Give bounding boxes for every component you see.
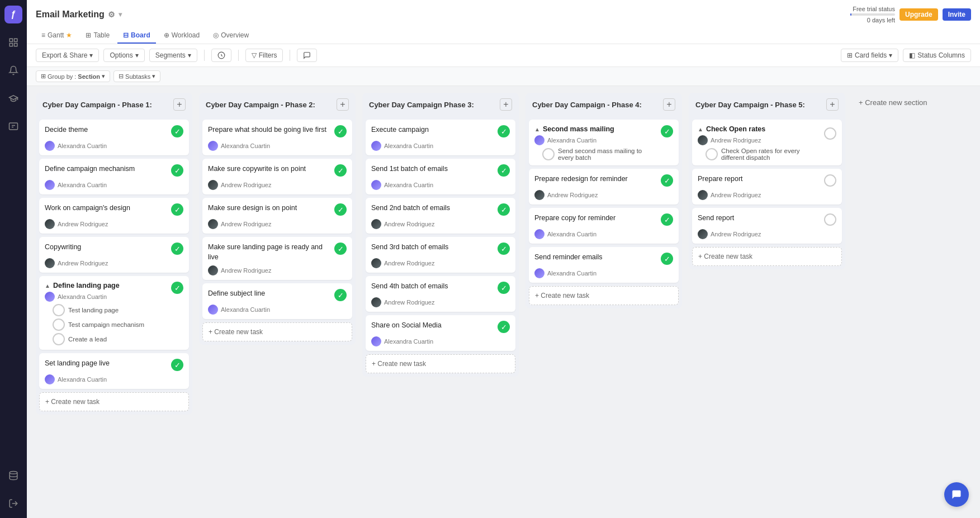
- app-logo[interactable]: ƒ: [4, 6, 22, 23]
- card-user: Andrew Rodriguez: [534, 190, 673, 200]
- status-columns-button[interactable]: ◧ Status Columns: [903, 49, 971, 62]
- card-copywriting: Copywriting ✓ Andrew Rodriguez: [39, 237, 189, 273]
- column-phase2-add-btn[interactable]: +: [337, 98, 349, 111]
- card-user: Andrew Rodriguez: [371, 258, 510, 268]
- group-by-button[interactable]: ⊞ Group by: Section ▾: [36, 70, 110, 82]
- sidebar-icon-home[interactable]: [4, 34, 22, 51]
- collapse-icon[interactable]: ▲: [698, 126, 703, 132]
- column-phase4-title: Cyber Day Campaign - Phase 4:: [532, 101, 642, 109]
- subtask-check[interactable]: [53, 304, 65, 316]
- separator3: [290, 50, 290, 61]
- collapse-icon[interactable]: ▲: [534, 126, 540, 132]
- sidebar-icon-bell[interactable]: [4, 61, 22, 79]
- svg-rect-0: [10, 39, 12, 41]
- card-title: Set landing page live: [45, 359, 168, 369]
- tab-gantt[interactable]: ≡ Gantt ★: [36, 28, 78, 44]
- upgrade-button[interactable]: Upgrade: [899, 8, 938, 21]
- check-pending-icon[interactable]: [824, 127, 836, 140]
- svg-rect-4: [10, 123, 18, 130]
- create-section-button[interactable]: + Create new section: [852, 93, 934, 112]
- sidebar-icon-signout[interactable]: [4, 495, 22, 512]
- avatar: [45, 292, 55, 302]
- sidebar-icon-database[interactable]: [4, 467, 22, 484]
- svg-rect-1: [15, 39, 17, 41]
- check-done-icon: ✓: [498, 164, 510, 177]
- avatar: [698, 190, 708, 200]
- segments-button[interactable]: Segments ▾: [149, 49, 197, 62]
- user-name: Andrew Rodriguez: [384, 221, 435, 227]
- tab-table[interactable]: ⊞ Table: [80, 28, 115, 44]
- card-user: Andrew Rodriguez: [208, 180, 347, 190]
- card-second-mailing: ▲ Second mass mailing Alexandra Cuartin …: [529, 120, 679, 165]
- card-landing-live: Set landing page live ✓ Alexandra Cuarti…: [39, 353, 189, 389]
- nav-tabs: ≡ Gantt ★ ⊞ Table ⊟ Board ⊕ Workload ◎ O…: [36, 28, 971, 44]
- card-title: Make sure design is on point: [208, 203, 331, 213]
- avatar: [45, 219, 55, 229]
- card-user: Alexandra Cuartin: [208, 141, 347, 151]
- settings-icon[interactable]: ⚙: [108, 10, 115, 19]
- check-done-icon: ✓: [498, 125, 510, 137]
- subtask-check[interactable]: [53, 333, 65, 345]
- subtask-check[interactable]: [542, 148, 555, 160]
- create-task-label: + Create new task: [698, 253, 752, 260]
- card-title: Define subject line: [208, 289, 331, 299]
- card-title: Make sure landing page is ready and live: [208, 243, 331, 262]
- card-redesign-reminder: Prepare redesign for reminder ✓ Andrew R…: [529, 169, 679, 205]
- card-check-open-rates: ▲ Check Open rates Andrew Rodriguez Chec…: [692, 120, 842, 165]
- check-done-icon: ✓: [171, 203, 183, 216]
- check-done-icon: ✓: [171, 125, 183, 137]
- column-phase4-body: ▲ Second mass mailing Alexandra Cuartin …: [525, 116, 682, 308]
- create-task-phase3[interactable]: + Create new task: [366, 354, 515, 373]
- dropdown-icon[interactable]: ▾: [119, 11, 122, 18]
- card-title: Prepare what should be going live first: [208, 125, 331, 135]
- check-done-icon: ✓: [171, 164, 183, 177]
- create-task-phase1[interactable]: + Create new task: [39, 392, 189, 411]
- tab-overview[interactable]: ◎ Overview: [207, 28, 254, 44]
- card-fields-button[interactable]: ⊞ Card fields ▾: [841, 49, 898, 62]
- subtask-check[interactable]: [53, 319, 65, 331]
- card-title: Second mass mailing: [543, 125, 614, 133]
- filters-button[interactable]: ▽ Filters: [245, 49, 283, 62]
- options-button[interactable]: Options ▾: [103, 49, 144, 62]
- create-task-phase5[interactable]: + Create new task: [692, 247, 842, 266]
- sidebar-icon-learn[interactable]: [4, 89, 22, 107]
- sidebar-icon-profile[interactable]: [4, 117, 22, 135]
- subtasks-button[interactable]: ⊟ Subtasks ▾: [113, 70, 160, 82]
- create-task-phase2[interactable]: + Create new task: [202, 322, 352, 341]
- options-bar: ⊞ Group by: Section ▾ ⊟ Subtasks ▾: [27, 67, 980, 86]
- free-trial-label: Free trial status: [850, 6, 895, 12]
- check-pending-icon[interactable]: [824, 174, 836, 187]
- column-phase5-add-btn[interactable]: +: [826, 98, 839, 111]
- tab-board[interactable]: ⊟ Board: [117, 28, 156, 44]
- column-phase3-add-btn[interactable]: +: [500, 98, 512, 111]
- collapse-icon[interactable]: ▲: [45, 283, 50, 289]
- user-name: Alexandra Cuartin: [384, 182, 433, 188]
- subtask-check[interactable]: [706, 148, 718, 160]
- column-phase3-title: Cyber Day Campaign Phase 3:: [369, 101, 474, 109]
- card-title: Define landing page: [53, 282, 120, 289]
- user-name: Andrew Rodriguez: [384, 260, 435, 267]
- column-phase4-add-btn[interactable]: +: [663, 98, 675, 111]
- comment-button[interactable]: [297, 49, 317, 62]
- user-name: Alexandra Cuartin: [58, 182, 107, 188]
- header-actions: Free trial status 0 days left Upgrade In…: [850, 6, 971, 23]
- invite-button[interactable]: Invite: [943, 8, 971, 21]
- tab-workload[interactable]: ⊕ Workload: [158, 28, 205, 44]
- user-name: Alexandra Cuartin: [547, 137, 596, 144]
- integrations-button[interactable]: [211, 49, 231, 62]
- check-done-icon: ✓: [498, 203, 510, 216]
- avatar: [208, 265, 218, 275]
- user-name: Alexandra Cuartin: [384, 338, 433, 345]
- create-task-phase4[interactable]: + Create new task: [529, 286, 679, 305]
- card-campaign-design: Work on campaign's design ✓ Andrew Rodri…: [39, 198, 189, 234]
- toolbar: Export & Share ▾ Options ▾ Segments ▾ ▽ …: [27, 44, 980, 67]
- check-pending-icon[interactable]: [824, 213, 836, 226]
- card-user: Alexandra Cuartin: [208, 305, 347, 315]
- column-phase1-add-btn[interactable]: +: [173, 98, 186, 111]
- chat-bubble-button[interactable]: [944, 482, 969, 507]
- column-phase5-header: Cyber Day Campaign - Phase 5: +: [689, 93, 845, 116]
- sidebar: ƒ: [0, 0, 27, 518]
- check-done-icon: ✓: [498, 243, 510, 255]
- column-phase1: Cyber Day Campaign - Phase 1: + Decide t…: [36, 93, 192, 415]
- export-share-button[interactable]: Export & Share ▾: [36, 49, 99, 62]
